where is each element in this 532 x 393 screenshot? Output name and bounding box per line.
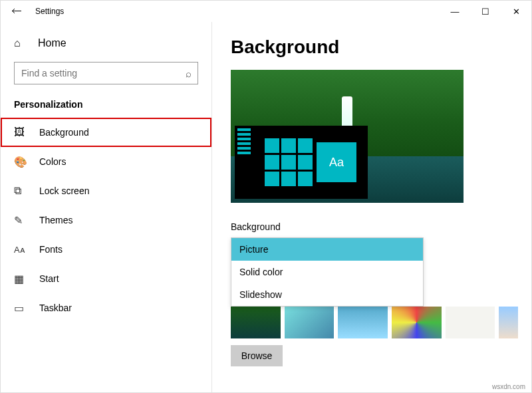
home-icon: ⌂ — [14, 37, 27, 49]
start-icon: ▦ — [14, 273, 27, 285]
search-input[interactable] — [14, 62, 198, 84]
recent-image-thumb[interactable] — [499, 307, 518, 338]
close-button[interactable]: ✕ — [501, 1, 531, 22]
palette-icon: 🎨 — [14, 156, 27, 168]
picture-icon: 🖼 — [14, 126, 27, 138]
recent-image-thumb[interactable] — [446, 307, 495, 338]
window-title: Settings — [35, 7, 64, 16]
lockscreen-icon: ⧉ — [14, 185, 27, 197]
sidebar-item-fonts[interactable]: Aᴀ Fonts — [1, 235, 211, 264]
home-nav[interactable]: ⌂ Home — [1, 30, 211, 57]
sidebar-item-start[interactable]: ▦ Start — [1, 264, 211, 293]
recent-image-thumb[interactable] — [285, 307, 334, 338]
dropdown-option-slideshow[interactable]: Slideshow — [231, 283, 423, 306]
maximize-button[interactable]: ☐ — [470, 1, 501, 22]
preview-tile-text: Aa — [317, 142, 356, 182]
sidebar-item-label: Fonts — [39, 244, 63, 255]
main-panel: Background Aa Background Picture Solid c… — [212, 22, 531, 393]
sidebar-item-colors[interactable]: 🎨 Colors — [1, 147, 211, 176]
content: ⌂ Home ⌕ Personalization 🖼 Background 🎨 … — [1, 22, 531, 393]
sidebar-item-label: Colors — [39, 156, 66, 167]
watermark: wsxdn.com — [492, 383, 525, 390]
home-label: Home — [38, 37, 66, 49]
background-preview: Aa — [231, 70, 464, 203]
sidebar-item-label: Taskbar — [39, 303, 72, 313]
page-title: Background — [231, 37, 518, 58]
sidebar-item-themes[interactable]: ✎ Themes — [1, 205, 211, 235]
back-button[interactable]: 🡐 — [3, 1, 30, 22]
dropdown-option-solid-color[interactable]: Solid color — [231, 261, 423, 283]
background-field-label: Background — [231, 221, 518, 232]
sidebar-item-label: Start — [39, 273, 59, 284]
recent-image-thumb[interactable] — [392, 307, 442, 338]
dropdown-option-picture[interactable]: Picture — [231, 238, 423, 261]
sidebar-item-label: Lock screen — [39, 186, 89, 196]
themes-icon: ✎ — [14, 214, 27, 227]
taskbar-icon: ▭ — [14, 302, 27, 315]
sidebar: ⌂ Home ⌕ Personalization 🖼 Background 🎨 … — [1, 22, 212, 393]
sidebar-item-background[interactable]: 🖼 Background — [1, 118, 211, 147]
preview-start-panel: Aa — [235, 126, 368, 199]
search-icon: ⌕ — [186, 68, 192, 79]
titlebar: 🡐 Settings — ☐ ✕ — [1, 1, 531, 22]
sidebar-item-taskbar[interactable]: ▭ Taskbar — [1, 293, 211, 323]
recent-image-thumb[interactable] — [338, 307, 388, 338]
background-dropdown[interactable]: Picture Solid color Slideshow — [231, 237, 424, 307]
search-wrap: ⌕ — [14, 62, 198, 84]
sidebar-item-label: Background — [39, 127, 89, 138]
sidebar-item-lockscreen[interactable]: ⧉ Lock screen — [1, 176, 211, 205]
section-title: Personalization — [1, 94, 211, 118]
window-controls: — ☐ ✕ — [440, 1, 531, 22]
minimize-button[interactable]: — — [440, 1, 470, 22]
sidebar-item-label: Themes — [39, 215, 73, 225]
fonts-icon: Aᴀ — [14, 245, 27, 255]
browse-button[interactable]: Browse — [231, 345, 283, 366]
recent-image-thumb[interactable] — [231, 307, 281, 338]
